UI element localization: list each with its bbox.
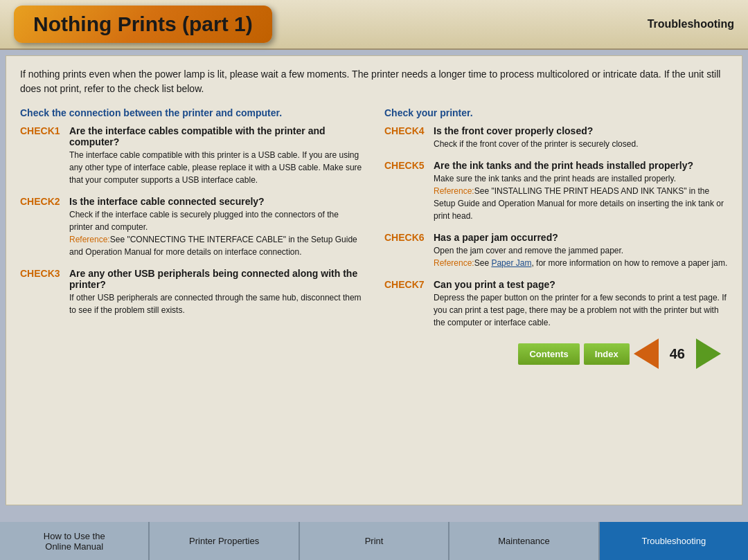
- nav-troubleshooting[interactable]: Troubleshooting: [600, 522, 748, 560]
- check2-desc: Check if the interface cable is securely…: [69, 208, 364, 233]
- check6-question: Has a paper jam occurred?: [434, 232, 558, 243]
- forward-button[interactable]: [696, 338, 721, 369]
- check6-row: CHECK6 Has a paper jam occurred?: [384, 232, 728, 243]
- check7-item: CHECK7 Can you print a test page? Depres…: [384, 279, 728, 329]
- nav-buttons-row: Contents Index 46: [384, 338, 728, 369]
- check3-question: Are any other USB peripherals being conn…: [69, 268, 364, 290]
- check1-question: Are the interface cables compatible with…: [69, 125, 364, 147]
- content-columns: Check the connection between the printer…: [20, 107, 728, 369]
- check4-desc: Check if the front cover of the printer …: [434, 138, 728, 150]
- page-number: 46: [663, 346, 692, 362]
- check1-label: CHECK1: [20, 125, 65, 136]
- check5-item: CHECK5 Are the ink tanks and the print h…: [384, 160, 728, 222]
- check1-row: CHECK1 Are the interface cables compatib…: [20, 125, 364, 147]
- check7-question: Can you print a test page?: [434, 279, 555, 290]
- check3-desc: If other USB peripherals are connected t…: [69, 291, 364, 316]
- check6-label: CHECK6: [384, 232, 429, 243]
- check5-ref-label: Reference:: [434, 186, 474, 196]
- check7-row: CHECK7 Can you print a test page?: [384, 279, 728, 290]
- contents-button[interactable]: Contents: [518, 343, 579, 365]
- intro-text: If nothing prints even when the power la…: [20, 67, 728, 96]
- right-section-heading: Check your printer.: [384, 107, 728, 118]
- check5-label: CHECK5: [384, 160, 429, 171]
- check3-label: CHECK3: [20, 268, 65, 279]
- check6-ref-label: Reference:: [434, 258, 474, 268]
- check7-label: CHECK7: [384, 279, 429, 290]
- check4-label: CHECK4: [384, 125, 429, 136]
- section-label: Troubleshooting: [648, 18, 734, 30]
- index-button[interactable]: Index: [584, 343, 630, 365]
- nav-printer-properties[interactable]: Printer Properties: [150, 522, 299, 560]
- check2-ref-label: Reference:: [69, 235, 110, 244]
- check5-question: Are the ink tanks and the print heads in…: [434, 160, 693, 171]
- back-button[interactable]: [634, 338, 659, 369]
- nav-print[interactable]: Print: [300, 522, 449, 560]
- check2-label: CHECK2: [20, 196, 65, 207]
- check3-item: CHECK3 Are any other USB peripherals bei…: [20, 268, 364, 316]
- check4-item: CHECK4 Is the front cover properly close…: [384, 125, 728, 150]
- check4-row: CHECK4 Is the front cover properly close…: [384, 125, 728, 136]
- check5-row: CHECK5 Are the ink tanks and the print h…: [384, 160, 728, 171]
- paper-jam-link[interactable]: Paper Jam: [491, 258, 531, 268]
- check6-desc: Open the jam cover and remove the jammed…: [434, 244, 728, 257]
- check5-desc: Make sure the ink tanks and the print he…: [434, 172, 728, 185]
- check2-row: CHECK2 Is the interface cable connected …: [20, 196, 364, 207]
- check3-row: CHECK3 Are any other USB peripherals bei…: [20, 268, 364, 290]
- check6-item: CHECK6 Has a paper jam occurred? Open th…: [384, 232, 728, 269]
- right-column: Check your printer. CHECK4 Is the front …: [384, 107, 728, 369]
- check2-question: Is the interface cable connected securel…: [69, 196, 265, 207]
- left-column: Check the connection between the printer…: [20, 107, 364, 369]
- page-header: Nothing Prints (part 1) Troubleshooting: [0, 0, 748, 50]
- bottom-navigation: How to Use the Online Manual Printer Pro…: [0, 522, 748, 560]
- check2-item: CHECK2 Is the interface cable connected …: [20, 196, 364, 258]
- check1-desc: The interface cable compatible with this…: [69, 149, 364, 186]
- check1-item: CHECK1 Are the interface cables compatib…: [20, 125, 364, 186]
- main-content: If nothing prints even when the power la…: [6, 55, 742, 505]
- check6-reference: Reference:See Paper Jam, for more inform…: [434, 257, 728, 269]
- left-section-heading: Check the connection between the printer…: [20, 107, 364, 118]
- check2-reference: Reference:See "CONNECTING THE INTERFACE …: [69, 233, 364, 258]
- check5-reference: Reference:See "INSTALLING THE PRINT HEAD…: [434, 185, 728, 222]
- check4-question: Is the front cover properly closed?: [434, 125, 593, 136]
- nav-maintenance[interactable]: Maintenance: [449, 522, 599, 560]
- title-area: Nothing Prints (part 1): [14, 6, 272, 43]
- nav-how-to-use[interactable]: How to Use the Online Manual: [0, 522, 150, 560]
- check7-desc: Depress the paper button on the printer …: [434, 291, 728, 329]
- page-title: Nothing Prints (part 1): [14, 6, 272, 43]
